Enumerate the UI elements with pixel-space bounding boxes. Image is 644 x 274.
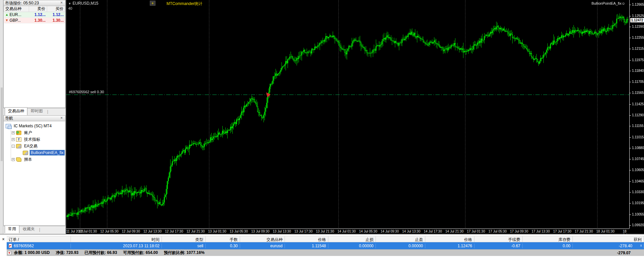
orders-column-header[interactable]: 库存费 bbox=[523, 236, 573, 242]
order-cell: 0.00000 bbox=[328, 244, 376, 248]
tab-divider: | bbox=[47, 109, 48, 115]
orders-column-header[interactable]: 时间 bbox=[71, 236, 162, 242]
market-watch-row[interactable]: ▲EUR...1.12...1.12... bbox=[4, 12, 65, 18]
open-order-line-label: #697605562 sell 0.30 bbox=[69, 90, 104, 94]
time-tick-label: 17 Jul 13:30 bbox=[532, 230, 550, 233]
collapse-minus-icon[interactable]: - bbox=[12, 145, 15, 148]
orders-column-header[interactable]: 类型 bbox=[162, 236, 206, 242]
expand-plus-icon[interactable]: + bbox=[12, 131, 15, 134]
experts-icon bbox=[16, 144, 21, 148]
close-icon[interactable]: × bbox=[1, 237, 6, 242]
order-doc-icon bbox=[9, 244, 12, 248]
order-cell: -0.67 bbox=[474, 244, 523, 248]
market-watch-tabstrip: 交易品种即时图| bbox=[3, 108, 66, 115]
navigator-tree: IC Markets (SC) MT4+账户+f技术指标-EA交易Bullion… bbox=[4, 121, 65, 163]
bar-counter-label: 40 bbox=[68, 6, 72, 10]
floating-profit-total: -279.07 bbox=[617, 251, 644, 255]
time-tick-label: 12 Jul 01:30 bbox=[79, 230, 97, 233]
time-tick-label: 14 Jul 21:30 bbox=[445, 230, 464, 233]
price-tick-label: 1.10880 bbox=[632, 146, 644, 150]
bid-cell: 1.30... bbox=[29, 18, 47, 23]
balance-segment: 预付款比例: 1077.16% bbox=[164, 250, 204, 256]
expert-icon bbox=[23, 151, 28, 155]
current-price-tag: 1.12472 bbox=[630, 18, 644, 22]
add-indicator-button[interactable]: + bbox=[150, 1, 155, 6]
market-watch-tab[interactable]: 即时图 bbox=[28, 108, 46, 115]
orders-column-header[interactable]: 手续费 bbox=[474, 236, 523, 242]
order-cell: 1.12476 bbox=[425, 244, 474, 248]
price-tick-label: 1.11290 bbox=[632, 113, 644, 117]
symbol-period-text: EURUSD,M15 bbox=[73, 1, 98, 6]
time-tick-label: 14 Jul 09:30 bbox=[381, 230, 399, 233]
price-tick-label: 1.11565 bbox=[632, 91, 644, 95]
splitter-grip[interactable] bbox=[1, 88, 3, 161]
time-tick-label: 17 Jul 21:30 bbox=[575, 230, 593, 233]
orders-column-header[interactable]: 交易品种 bbox=[240, 236, 285, 242]
orders-column-header[interactable]: 价格 bbox=[425, 236, 474, 242]
navigator-tree-item[interactable]: BullionPointEA_fix bbox=[4, 149, 65, 156]
balance-segment: 余额: 1 000.00 USD bbox=[14, 250, 50, 256]
mw-column-header[interactable]: 交易品种 bbox=[4, 6, 29, 12]
order-cell: 0.00 bbox=[523, 244, 573, 248]
close-order-icon[interactable]: x bbox=[640, 243, 642, 247]
balance-segment: 已用预付款: 66.93 bbox=[85, 250, 117, 256]
time-tick-label: 13 Jul 09:30 bbox=[251, 230, 270, 233]
market-watch-tab[interactable]: 交易品种 bbox=[5, 107, 27, 115]
time-tick-label: 13 Jul 21:30 bbox=[316, 230, 334, 233]
mt4-window: { "market_watch": { "title": "市场报价: 05:5… bbox=[0, 0, 644, 274]
navigator-tree-item[interactable]: +账户 bbox=[4, 129, 65, 136]
accounts-icon bbox=[16, 131, 21, 135]
time-tick-label: 18 Jul 01:30 bbox=[596, 230, 615, 233]
time-tick-label: 12 Jul 17:30 bbox=[165, 230, 183, 233]
price-tick-label: 1.10055 bbox=[632, 213, 644, 216]
navigator-tab[interactable]: 常用 bbox=[5, 225, 19, 233]
terminal-tabstrip: 常用收藏夹| bbox=[3, 226, 66, 233]
navigator-tree-item[interactable]: IC Markets (SC) MT4 bbox=[4, 123, 65, 129]
orders-column-header[interactable]: 价格 bbox=[285, 236, 328, 242]
order-row[interactable]: 6976055622023.07.13 11:18:02sell0.30euru… bbox=[7, 242, 644, 249]
orders-column-header[interactable]: 止损 bbox=[328, 236, 376, 242]
window-left-rail bbox=[0, 0, 3, 234]
expand-plus-icon[interactable]: + bbox=[12, 138, 15, 141]
order-cell: eurusd bbox=[240, 244, 285, 248]
price-chart-canvas[interactable] bbox=[66, 0, 644, 229]
price-tick-label: 1.11705 bbox=[632, 80, 644, 84]
navigator-tree-item[interactable]: +f技术指标 bbox=[4, 136, 65, 143]
orders-column-header[interactable]: 手数 bbox=[206, 236, 240, 242]
tree-guide-line bbox=[11, 131, 11, 161]
mw-column-header[interactable]: 卖价 bbox=[29, 6, 47, 12]
navigator-tree-item[interactable]: -EA交易 bbox=[4, 143, 65, 149]
time-tick-label: 12 Jul 21:30 bbox=[187, 230, 205, 233]
scripts-icon bbox=[16, 157, 21, 162]
chart-symbol-label[interactable]: ▼EURUSD,M15 bbox=[68, 1, 98, 6]
price-tick-label: 1.10330 bbox=[632, 190, 644, 194]
symbol-cell: ▼GBP... bbox=[4, 18, 29, 23]
price-tick-label: 1.11015 bbox=[632, 135, 644, 139]
time-tick-label: 12 Jul 09:30 bbox=[122, 230, 140, 233]
symbol-name: GBP... bbox=[9, 18, 21, 23]
tree-item-label: BullionPointEA_fix bbox=[30, 150, 65, 155]
navigator-tree-item[interactable]: +脚本 bbox=[4, 156, 65, 163]
navigator-tab[interactable]: 收藏夹 bbox=[20, 226, 38, 233]
market-watch-row[interactable]: ▼GBP...1.30...1.30... bbox=[4, 18, 65, 23]
orders-header-row: 订单 /时间类型手数交易品种价格止损止盈价格手续费库存费获利 bbox=[7, 236, 644, 242]
mw-column-header[interactable]: 买价 bbox=[47, 6, 65, 12]
orders-column-header[interactable]: 止盈 bbox=[376, 236, 425, 242]
time-tick-label: 14 Jul 05:30 bbox=[359, 230, 378, 233]
time-tick-label: 13 Jul 17:30 bbox=[294, 230, 313, 233]
orders-column-header[interactable]: 订单 / bbox=[7, 236, 71, 242]
expand-plus-icon[interactable]: + bbox=[12, 158, 15, 161]
ask-cell: 1.30... bbox=[47, 18, 65, 23]
market-watch-title: 市场报价: 05:50:23 bbox=[5, 0, 59, 6]
terminal-panel: × 订单 /时间类型手数交易品种价格止损止盈价格手续费库存费获利 6976055… bbox=[0, 234, 644, 274]
close-icon[interactable]: × bbox=[59, 116, 64, 121]
close-icon[interactable]: × bbox=[59, 1, 64, 5]
price-tick-label: 1.12390 bbox=[632, 25, 644, 28]
ea-status-label[interactable]: BullionPointEA_fix☺ bbox=[592, 1, 625, 5]
price-tick-label: 1.09920 bbox=[632, 223, 644, 227]
orders-column-header[interactable]: 获利 bbox=[573, 236, 644, 242]
price-tick-label: 1.11975 bbox=[632, 58, 644, 62]
time-tick-label: 14 Jul 13:30 bbox=[402, 230, 421, 233]
navigator-header: 导航 × bbox=[4, 116, 65, 121]
order-cell: 0.30 bbox=[206, 244, 240, 248]
